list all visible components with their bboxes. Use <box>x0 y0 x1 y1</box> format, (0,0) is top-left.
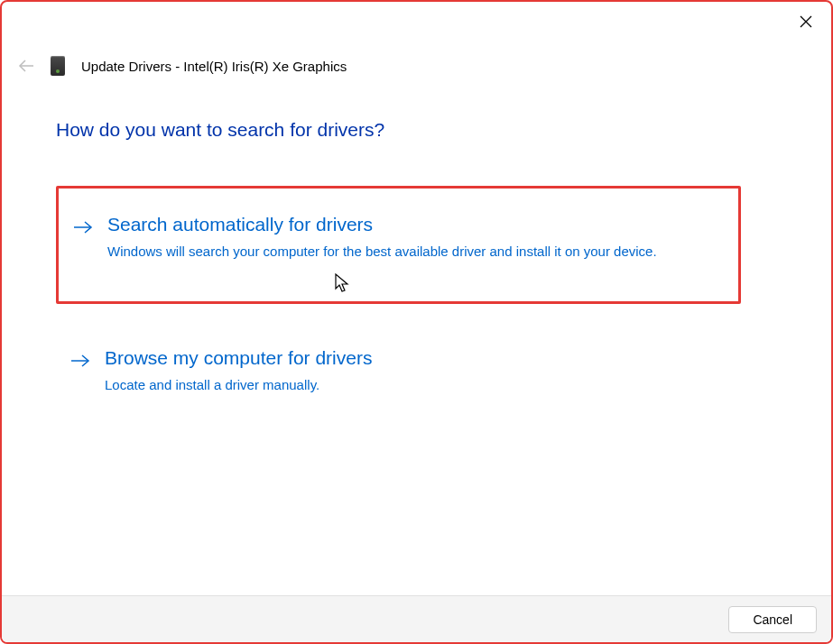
driver-device-icon <box>51 56 65 76</box>
footer-bar: Cancel <box>2 595 831 642</box>
option-body: Browse my computer for drivers Locate an… <box>105 347 727 395</box>
option-search-automatically[interactable]: Search automatically for drivers Windows… <box>56 186 741 304</box>
arrow-right-icon <box>73 217 93 237</box>
content-area: How do you want to search for drivers? S… <box>56 119 741 443</box>
window-title: Update Drivers - Intel(R) Iris(R) Xe Gra… <box>81 59 347 74</box>
option-browse-computer[interactable]: Browse my computer for drivers Locate an… <box>56 331 741 415</box>
close-button[interactable] <box>797 13 815 31</box>
close-icon <box>800 15 812 28</box>
option-title: Browse my computer for drivers <box>105 347 727 369</box>
option-body: Search automatically for drivers Windows… <box>107 214 724 262</box>
prompt-heading: How do you want to search for drivers? <box>56 119 741 141</box>
arrow-right-icon <box>70 351 90 371</box>
option-description: Locate and install a driver manually. <box>105 374 727 395</box>
cancel-button[interactable]: Cancel <box>728 606 817 633</box>
back-button <box>18 58 34 74</box>
option-title: Search automatically for drivers <box>107 214 724 235</box>
header-row: Update Drivers - Intel(R) Iris(R) Xe Gra… <box>18 56 815 76</box>
back-arrow-icon <box>18 60 34 72</box>
option-description: Windows will search your computer for th… <box>107 241 724 262</box>
